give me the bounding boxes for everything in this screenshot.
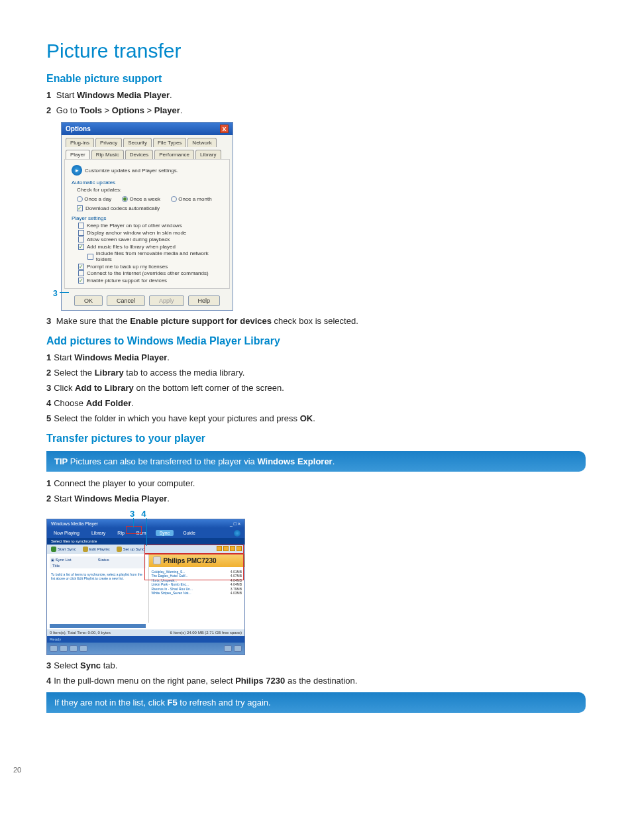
- step-number: 3: [46, 316, 51, 326]
- help-button[interactable]: Help: [188, 295, 221, 306]
- radio-once-a-week[interactable]: [122, 196, 128, 202]
- step: 1Start Windows Media Player.: [46, 352, 586, 362]
- heading-transfer-pictures: Transfer pictures to your player: [46, 433, 586, 445]
- callout-line: [133, 518, 134, 527]
- heading-add-pictures: Add pictures to Windows Media Player Lib…: [46, 335, 586, 347]
- step: 3 Make sure that the Enable picture supp…: [46, 316, 586, 326]
- step: 3Click Add to Library on the bottom left…: [46, 383, 586, 393]
- checkbox-connect-internet[interactable]: [78, 270, 84, 276]
- checkbox-include-removable[interactable]: [87, 254, 93, 260]
- highlight-box: [126, 526, 142, 534]
- heading-enable-picture-support: Enable picture support: [46, 73, 586, 85]
- wmp-info-bar: Select files to synchronize: [47, 538, 244, 545]
- sync-empty-message: To build a list of items to synchronize,…: [50, 568, 146, 584]
- checkbox-prompt-backup[interactable]: [78, 264, 84, 270]
- tab-now-playing[interactable]: Now Playing: [51, 531, 82, 535]
- tab-library[interactable]: Library: [89, 531, 108, 535]
- status-right: 6 Item(s) 24.00 MB (2.71 GB free space): [170, 631, 242, 635]
- group-player-settings: Player settings: [72, 215, 223, 221]
- ok-button[interactable]: OK: [74, 295, 103, 306]
- checkbox-download-codecs[interactable]: [77, 205, 83, 211]
- page-number: 20: [13, 766, 553, 774]
- title-column: Title: [50, 563, 146, 568]
- step: 4Choose Add Folder.: [46, 398, 586, 408]
- status-ready: Ready: [50, 637, 61, 641]
- checkbox-keep-on-top[interactable]: [78, 223, 84, 229]
- step: 1 Start Windows Media Player.: [46, 90, 586, 100]
- callout-line: [60, 292, 69, 293]
- callout-line: [146, 518, 147, 546]
- step: 2Select the Library tab to access the me…: [46, 368, 586, 378]
- step: 2Start Windows Media Player.: [46, 494, 586, 503]
- window-controls[interactable]: _ □ ×: [230, 521, 240, 526]
- tab-file-types[interactable]: File Types: [153, 138, 186, 147]
- step: 5Select the folder in which you have kep…: [46, 413, 586, 423]
- playback-controls[interactable]: [47, 643, 244, 655]
- tab-privacy[interactable]: Privacy: [95, 138, 122, 147]
- tab-performance[interactable]: Performance: [154, 150, 194, 159]
- start-sync-button[interactable]: Start Sync: [51, 547, 76, 552]
- step: 3Select Sync tab.: [46, 660, 586, 670]
- radio-once-a-day[interactable]: [77, 196, 83, 202]
- player-icon: ▸: [72, 165, 82, 176]
- set-up-sync-button[interactable]: Set up Sync: [117, 547, 144, 552]
- tab-plugins[interactable]: Plug-ins: [66, 138, 94, 147]
- tip-label: TIP: [54, 456, 68, 466]
- wmp-title: Windows Media Player: [51, 521, 98, 526]
- tab-sync[interactable]: Sync: [156, 530, 174, 536]
- callout-marker: 3: [130, 509, 134, 519]
- wmp-logo-icon: [234, 530, 240, 537]
- tab-rip-music[interactable]: Rip Music: [91, 150, 124, 159]
- checkbox-screen-saver[interactable]: [78, 236, 84, 242]
- checkbox-enable-picture-support[interactable]: [78, 278, 84, 284]
- status-heading: Status: [98, 558, 109, 562]
- dialog-title: Options: [66, 125, 91, 132]
- highlight-box: [144, 545, 244, 554]
- tab-devices[interactable]: Devices: [125, 150, 153, 159]
- note-box: If they are not in the list, click F5 to…: [46, 692, 586, 713]
- step: 4In the pull-down menu on the right pane…: [46, 676, 586, 686]
- step-number: 2: [46, 105, 51, 115]
- step: 2 Go to Tools > Options > Player.: [46, 105, 586, 115]
- options-dialog-screenshot: Options X Plug-ins Privacy Security File…: [61, 122, 246, 311]
- radio-once-a-month[interactable]: [171, 196, 177, 202]
- tab-library[interactable]: Library: [195, 150, 221, 159]
- callout-marker: 4: [141, 509, 146, 519]
- edit-playlist-button[interactable]: Edit Playlist: [83, 547, 110, 552]
- group-automatic-updates: Automatic updates: [72, 180, 223, 185]
- sync-list-heading: ▣ Sync List: [51, 558, 72, 562]
- callout-marker: 3: [53, 289, 58, 298]
- tip-box: TIP Pictures can also be transferred to …: [46, 451, 586, 472]
- checkbox-anchor-window[interactable]: [78, 230, 84, 236]
- close-icon[interactable]: X: [220, 125, 229, 133]
- step-number: 1: [46, 90, 51, 100]
- apply-button[interactable]: Apply: [149, 295, 184, 306]
- wmp-window-screenshot: 3 4 Windows Media Player _ □ × Now Playi…: [46, 509, 245, 655]
- checkbox-add-music[interactable]: [78, 244, 84, 250]
- tab-player[interactable]: Player: [66, 150, 90, 159]
- step: 1Connect the player to your computer.: [46, 478, 586, 488]
- dialog-banner: Customize updates and Player settings.: [85, 168, 178, 174]
- status-left: 0 Item(s), Total Time: 0:00, 0 bytes: [50, 631, 111, 635]
- page-title: Picture transfer: [46, 40, 586, 62]
- cancel-button[interactable]: Cancel: [107, 295, 145, 306]
- tab-network[interactable]: Network: [187, 138, 216, 147]
- tab-guide[interactable]: Guide: [180, 531, 198, 535]
- tab-security[interactable]: Security: [123, 138, 152, 147]
- highlight-box: [144, 554, 244, 580]
